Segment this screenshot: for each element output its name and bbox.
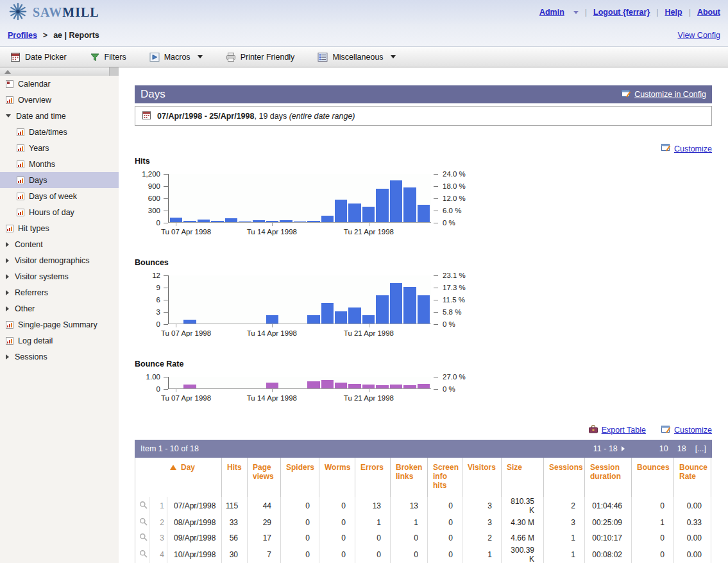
- sidebar-item-visitor-systems[interactable]: Visitor systems: [0, 268, 119, 284]
- pager-next-link[interactable]: 11 - 18: [593, 444, 625, 453]
- col-header-errors[interactable]: Errors: [355, 458, 391, 497]
- col-header-bounces[interactable]: Bounces: [632, 458, 674, 497]
- cell-worms: 0: [319, 530, 355, 546]
- zoom-row-icon[interactable]: [135, 515, 149, 530]
- chart-hits: Hits1,200900600300024.0 %18.0 %12.0 %6.0…: [135, 157, 712, 238]
- col-header-spiders[interactable]: Spiders: [281, 458, 319, 497]
- admin-menu[interactable]: Admin: [539, 8, 564, 17]
- col-header-broken-links[interactable]: Broken links: [391, 458, 428, 497]
- chart-bar: [183, 221, 196, 222]
- right-tick-label: 0 %: [443, 320, 455, 328]
- sidebar-item-date-and-time[interactable]: Date and time: [0, 108, 119, 124]
- toolbar-miscellaneous[interactable]: Miscellaneous: [317, 52, 395, 62]
- sidebar-item-days-of-week[interactable]: Days of week: [0, 188, 119, 204]
- sidebar-item-referrers[interactable]: Referrers: [0, 284, 119, 300]
- breadcrumb-separator: >: [43, 31, 47, 40]
- col-header-sessions[interactable]: Sessions: [544, 458, 585, 497]
- cell-session-duration: 00:25:09: [585, 515, 632, 530]
- scroll-box[interactable]: [109, 67, 119, 76]
- profiles-link[interactable]: Profiles: [8, 31, 37, 40]
- y-axis: 129630: [135, 275, 168, 324]
- row-number: 1: [149, 497, 167, 515]
- about-link[interactable]: About: [697, 8, 720, 17]
- col-header-hits[interactable]: Hits: [222, 458, 248, 497]
- right-tick-label: 11.5 %: [443, 296, 465, 304]
- y-tick: 900: [148, 182, 168, 190]
- right-tick-label: 23.1 %: [443, 272, 466, 279]
- row-number: 3: [149, 530, 167, 546]
- sidebar-item-hours-of-day[interactable]: Hours of day: [0, 204, 119, 220]
- right-tick: 18.0 %: [434, 182, 466, 190]
- cell-bounces: 0: [632, 530, 674, 546]
- sidebar-item-calendar[interactable]: Calendar: [0, 76, 119, 92]
- zoom-row-icon[interactable]: [135, 497, 149, 515]
- sidebar-item-sessions[interactable]: Sessions: [0, 349, 119, 365]
- right-axis: 24.0 %18.0 %12.0 %6.0 %0 %: [431, 174, 489, 223]
- col-header-screen-info-hits[interactable]: Screen info hits: [428, 458, 462, 497]
- macros-icon: [149, 52, 160, 62]
- sidebar-item-single-page-summary[interactable]: Single-page Summary: [0, 316, 119, 333]
- admin-dropdown-icon[interactable]: [573, 11, 579, 14]
- table-row: 309/Apr/199856170000024.66 M100:10:1700.…: [135, 530, 711, 546]
- toolbar-macros[interactable]: Macros: [149, 52, 203, 62]
- cell-size: 4.30 M: [502, 515, 544, 530]
- zoom-row-icon[interactable]: [135, 546, 149, 563]
- y-tick-label: 12: [152, 272, 160, 279]
- chart-bar: [348, 307, 360, 324]
- cell-size: 810.35 K: [502, 497, 544, 515]
- sidebar-item-months[interactable]: Months: [0, 156, 119, 172]
- x-tick-label: Tu 14 Apr 1998: [247, 394, 297, 402]
- sidebar-item-other[interactable]: Other: [0, 300, 119, 316]
- sidebar-scroll-strip[interactable]: [0, 67, 119, 76]
- scroll-up-icon[interactable]: [4, 70, 11, 74]
- customize-charts-link[interactable]: Customize: [674, 144, 712, 153]
- sidebar-item-hit-types[interactable]: Hit types: [0, 220, 119, 236]
- chart-bar: [225, 218, 237, 222]
- col-header-day[interactable]: Day: [135, 458, 222, 497]
- sidebar-item-date-times[interactable]: Date/times: [0, 124, 119, 140]
- sidebar-item-days[interactable]: Days: [0, 172, 119, 188]
- col-header-visitors[interactable]: Visitors: [462, 458, 502, 497]
- cell-worms: 0: [319, 546, 355, 563]
- cell-screen-info-hits: 0: [428, 497, 462, 515]
- cell-bounces: 0: [632, 546, 674, 563]
- customize-in-config-link[interactable]: Customize in Config: [634, 90, 706, 99]
- sidebar-item-content[interactable]: Content: [0, 236, 119, 252]
- toolbar-printer-friendly[interactable]: Printer Friendly: [226, 52, 295, 62]
- page-size-10[interactable]: 10: [659, 444, 668, 453]
- view-config-link[interactable]: View Config: [678, 31, 720, 40]
- sidebar-item-visitor-demographics[interactable]: Visitor demographics: [0, 252, 119, 268]
- chart-bar: [335, 200, 347, 222]
- customize-table-link[interactable]: Customize: [674, 426, 712, 435]
- zoom-row-icon[interactable]: [135, 530, 149, 546]
- y-tick-label: 6: [157, 296, 160, 304]
- page-size-more[interactable]: [...]: [695, 444, 706, 453]
- chart-bar: [376, 385, 388, 388]
- col-header-bounce-rate[interactable]: Bounce Rate: [674, 458, 711, 497]
- col-header-size[interactable]: Size: [502, 458, 544, 497]
- tick-mark: [434, 223, 438, 223]
- chart-bar: [321, 380, 334, 388]
- customize-icon: [661, 425, 671, 436]
- toolbar-date-picker[interactable]: Date Picker: [10, 52, 67, 62]
- export-table-link[interactable]: Export Table: [602, 426, 646, 435]
- sidebar-item-overview[interactable]: Overview: [0, 92, 119, 108]
- page-size-18[interactable]: 18: [677, 444, 686, 453]
- chart-bar: [335, 311, 347, 324]
- row-number: 2: [149, 515, 167, 530]
- toolbar: Date PickerFiltersMacrosPrinter Friendly…: [0, 46, 728, 67]
- table-row: 107/Apr/19981154400131303810.35 K201:04:…: [135, 497, 711, 515]
- separator: |: [689, 8, 691, 17]
- sidebar-item-log-detail[interactable]: Log detail: [0, 333, 119, 349]
- chart-bar: [418, 384, 430, 388]
- sidebar-item-years[interactable]: Years: [0, 140, 119, 156]
- col-header-session-duration[interactable]: Session duration: [585, 458, 632, 497]
- toolbar-filters[interactable]: Filters: [90, 52, 126, 62]
- cell-session-duration: 01:04:46: [585, 497, 632, 515]
- logout-link[interactable]: Logout {ferrar}: [593, 8, 650, 17]
- col-header-worms[interactable]: Worms: [319, 458, 355, 497]
- chart-bar: [418, 295, 430, 324]
- help-link[interactable]: Help: [665, 8, 682, 17]
- col-header-page-views[interactable]: Page views: [248, 458, 281, 497]
- y-tick: 3: [157, 308, 168, 316]
